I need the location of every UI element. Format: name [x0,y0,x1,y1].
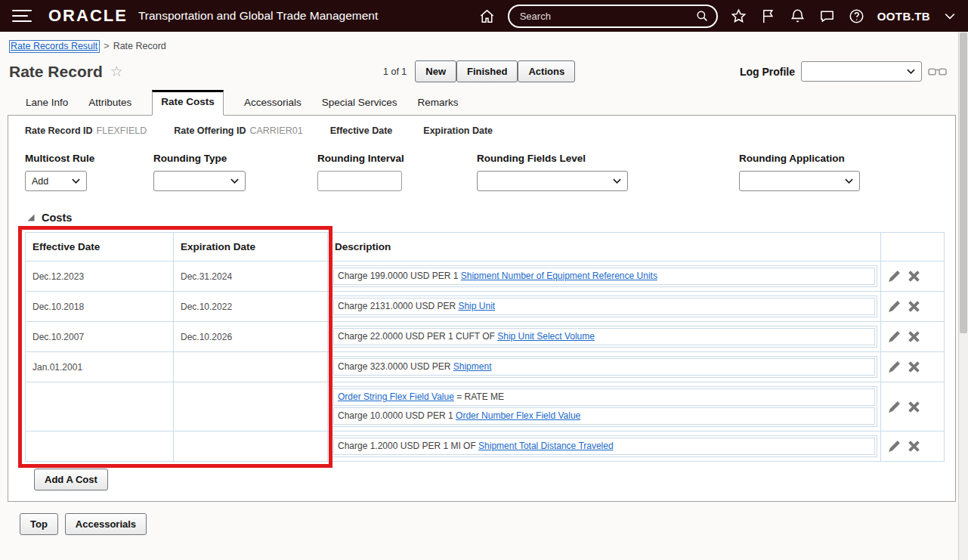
description-link[interactable]: Shipment Number of Equipment Reference U… [461,271,657,281]
help-icon[interactable] [848,8,865,25]
topbar-actions: OOTB.TB [478,5,957,28]
log-profile-select[interactable] [801,61,922,82]
new-button[interactable]: New [415,60,456,82]
row-actions-cell [881,382,945,432]
rounding-interval-label: Rounding Interval [317,153,477,164]
edit-cost-icon[interactable] [887,330,902,344]
collapse-triangle-icon[interactable] [26,213,36,222]
search-box[interactable] [508,5,718,28]
user-menu-chevron-icon[interactable] [942,8,957,23]
description-link[interactable]: Shipment [453,361,492,372]
tab-special-services[interactable]: Special Services [322,91,397,115]
page-title: Rate Record [9,63,103,81]
oracle-logo: ORACLE [48,6,128,26]
add-a-cost-button[interactable]: Add A Cost [34,469,108,490]
costs-section-title: Costs [42,212,72,224]
expiration-date-cell: Dec.31.2024 [174,261,328,292]
log-profile-label: Log Profile [740,66,795,78]
expiration-date-cell [174,382,328,432]
chevron-down-icon [72,178,80,184]
effective-date-cell: Dec.12.2023 [26,261,174,292]
column-header-expiration-date[interactable]: Expiration Date [174,233,328,261]
chevron-down-icon [230,178,239,184]
delete-cost-icon[interactable] [907,330,921,344]
favorites-star-icon[interactable] [730,8,747,25]
multicost-rule-label: Multicost Rule [25,153,153,164]
field-multicost-rule: Multicost Rule Add [25,153,153,191]
finished-button[interactable]: Finished [456,60,518,82]
cost-row: Jan.01.2001Charge 323.0000 USD PER Shipm… [26,352,945,382]
row-actions-cell [881,292,945,322]
cost-row: Dec.10.2007Dec.10.2026Charge 22.0000 USD… [26,322,945,352]
record-info-strip: Rate Record IDFLEXFIELDRate Offering IDC… [23,116,945,136]
rate-costs-panel: Rate Record IDFLEXFIELDRate Offering IDC… [8,115,956,502]
glasses-debug-icon[interactable] [928,65,947,79]
delete-cost-icon[interactable] [907,269,921,283]
footer-buttons: TopAccessorials [20,513,968,535]
home-icon[interactable] [478,8,496,25]
delete-cost-icon[interactable] [907,360,921,374]
tab-accessorials[interactable]: Accessorials [244,91,302,115]
rounding-form: Multicost Rule Add Rounding Type Roundin… [23,136,945,191]
edit-cost-icon[interactable] [887,360,902,374]
accessorials-button[interactable]: Accessorials [65,513,147,535]
expiration-date-cell: Dec.10.2026 [174,322,328,352]
breadcrumb-link[interactable]: Rate Records Result [9,40,100,53]
rounding-application-select[interactable] [739,171,860,191]
username[interactable]: OOTB.TB [877,10,930,23]
record-count: 1 of 1 [383,67,407,77]
breadcrumb-separator: > [104,41,109,51]
tab-lane-info[interactable]: Lane Info [26,91,68,115]
chevron-down-icon [613,178,621,184]
row-actions-cell [881,432,945,462]
description-link[interactable]: Ship Unit Select Volume [497,331,595,342]
breadcrumb-current: Rate Record [113,41,166,51]
description-link[interactable]: Ship Unit [458,301,495,311]
description-cell: Charge 199.0000 USD PER 1 Shipment Numbe… [328,261,881,292]
rounding-application-label: Rounding Application [739,153,936,164]
scrollbar-thumb[interactable] [960,32,967,333]
column-header-effective-date[interactable]: Effective Date [26,233,174,261]
edit-cost-icon[interactable] [887,439,902,453]
top-header: ORACLE Transportation and Global Trade M… [0,0,968,32]
multicost-rule-select[interactable]: Add [25,171,87,191]
effective-date-cell: Dec.10.2007 [26,322,174,352]
edit-cost-icon[interactable] [887,299,902,314]
edit-cost-icon[interactable] [887,269,902,283]
rounding-interval-input[interactable] [317,171,402,191]
field-rounding-interval: Rounding Interval [317,153,477,191]
rounding-fields-level-select[interactable] [477,171,628,191]
cost-row: Charge 1.2000 USD PER 1 MI OF Shipment T… [26,432,945,462]
rounding-type-select[interactable] [153,171,246,191]
description-link[interactable]: Shipment Total Distance Traveled [478,441,614,451]
costs-table-area: Effective DateExpiration DateDescription… [25,232,945,462]
tab-remarks[interactable]: Remarks [417,91,458,115]
search-input[interactable] [520,11,695,22]
flag-icon[interactable] [759,8,777,25]
favorite-star-icon[interactable]: ☆ [110,63,123,80]
tab-bar: Lane InfoAttributesRate CostsAccessorial… [0,82,968,115]
tab-attributes[interactable]: Attributes [88,91,131,115]
chevron-down-icon [845,178,853,184]
record-info-effective-date: Effective Date [330,125,397,136]
app-title: Transportation and Global Trade Manageme… [138,9,378,23]
expiration-date-cell [174,432,328,462]
delete-cost-icon[interactable] [907,299,921,314]
hamburger-menu-icon[interactable] [12,10,32,22]
column-header-description[interactable]: Description [328,233,881,261]
delete-cost-icon[interactable] [907,439,921,453]
notifications-bell-icon[interactable] [789,8,806,25]
breadcrumb: Rate Records Result>Rate Record [0,32,968,51]
description-link[interactable]: Order Number Flex Field Value [456,410,580,421]
expiration-date-cell [174,352,328,382]
edit-cost-icon[interactable] [887,400,902,414]
tab-rate-costs[interactable]: Rate Costs [152,90,224,116]
chat-icon[interactable] [818,8,836,25]
record-info-expiration-date: Expiration Date [423,125,496,136]
title-row: Rate Record ☆ 1 of 1 NewFinishedActions … [0,51,968,82]
top-button[interactable]: Top [20,513,58,535]
search-icon[interactable] [695,9,709,23]
description-link[interactable]: Order String Flex Field Value [338,391,454,402]
delete-cost-icon[interactable] [907,400,921,414]
actions-button[interactable]: Actions [518,60,575,82]
